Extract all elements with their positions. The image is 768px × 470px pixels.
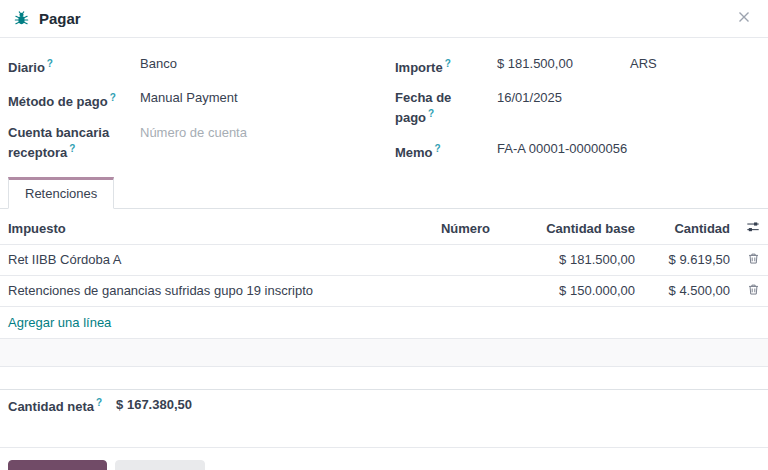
field-amount: Importe? $ 181.500,00 ARS — [395, 56, 752, 76]
dialog-header: Pagar — [0, 0, 768, 38]
net-amount-value: $ 167.380,50 — [116, 397, 192, 413]
delete-row-button[interactable] — [746, 283, 760, 299]
currency-select[interactable]: ARS — [630, 56, 657, 72]
payment-date-label: Fecha de pago? — [395, 90, 497, 126]
col-header-cantidad-base[interactable]: Cantidad base — [498, 214, 643, 243]
table-header-row: Impuesto Número Cantidad base Cantidad — [0, 213, 768, 245]
memo-input[interactable]: FA-A 00001-00000056 — [497, 141, 627, 157]
cell-cantidad[interactable]: $ 9.619,50 — [643, 245, 738, 274]
close-icon — [738, 11, 750, 26]
journal-input[interactable]: Banco — [140, 56, 177, 72]
field-payment-method: Método de pago? Manual Payment — [8, 90, 395, 110]
journal-label: Diario? — [8, 56, 140, 76]
tab-retenciones[interactable]: Retenciones — [8, 177, 114, 209]
col-header-cantidad[interactable]: Cantidad — [643, 214, 738, 243]
field-journal: Diario? Banco — [8, 56, 395, 76]
help-icon[interactable]: ? — [435, 143, 441, 154]
pay-dialog: Pagar Diario? Banco Método de pago? Manu… — [0, 0, 768, 470]
trash-icon — [747, 283, 760, 299]
cell-cantidad-base[interactable]: $ 150.000,00 — [498, 276, 643, 305]
right-column: Importe? $ 181.500,00 ARS Fecha de pago?… — [395, 56, 752, 161]
cell-impuesto[interactable]: Ret IIBB Córdoba A — [0, 245, 403, 274]
help-icon[interactable]: ? — [110, 92, 116, 103]
notebook-tabs: Retenciones — [0, 177, 768, 209]
dialog-title: Pagar — [39, 10, 81, 27]
help-icon[interactable]: ? — [428, 108, 434, 119]
add-line-link[interactable]: Agregar una línea — [0, 307, 768, 339]
bank-account-input[interactable]: Número de cuenta — [140, 125, 247, 141]
memo-label: Memo? — [395, 141, 497, 161]
help-icon[interactable]: ? — [69, 143, 75, 154]
cell-numero[interactable] — [403, 284, 498, 298]
close-button[interactable] — [734, 7, 754, 30]
cell-impuesto[interactable]: Retenciones de ganancias sufridas gupo 1… — [0, 276, 403, 305]
net-amount-row: Cantidad neta? $ 167.380,50 — [0, 389, 768, 420]
table-row[interactable]: Retenciones de ganancias sufridas gupo 1… — [0, 276, 768, 307]
help-icon[interactable]: ? — [96, 397, 102, 408]
adjust-columns-icon — [746, 220, 760, 237]
create-payment-button[interactable]: Crear pago — [8, 460, 107, 470]
empty-stripe-row — [0, 339, 768, 367]
left-column: Diario? Banco Método de pago? Manual Pay… — [8, 56, 395, 161]
table-row[interactable]: Ret IIBB Córdoba A $ 181.500,00 $ 9.619,… — [0, 245, 768, 276]
amount-input[interactable]: $ 181.500,00 — [497, 56, 630, 72]
field-memo: Memo? FA-A 00001-00000056 — [395, 141, 752, 161]
withholdings-table: Impuesto Número Cantidad base Cantidad — [0, 213, 768, 367]
cell-numero[interactable] — [403, 253, 498, 267]
trash-icon — [747, 252, 760, 268]
col-header-impuesto[interactable]: Impuesto — [0, 214, 403, 243]
payment-date-input[interactable]: 16/01/2025 — [497, 90, 562, 106]
cell-cantidad-base[interactable]: $ 181.500,00 — [498, 245, 643, 274]
amount-label: Importe? — [395, 56, 497, 76]
bug-icon — [14, 11, 29, 26]
payment-method-input[interactable]: Manual Payment — [140, 90, 238, 106]
bank-account-label: Cuenta bancaria receptora? — [8, 125, 140, 161]
payment-method-label: Método de pago? — [8, 90, 140, 110]
cell-cantidad[interactable]: $ 4.500,00 — [643, 276, 738, 305]
field-bank-account: Cuenta bancaria receptora? Número de cue… — [8, 125, 395, 161]
net-amount-label: Cantidad neta? — [8, 395, 102, 415]
field-payment-date: Fecha de pago? 16/01/2025 — [395, 90, 752, 126]
col-header-numero[interactable]: Número — [403, 214, 498, 243]
adjust-columns-button[interactable] — [746, 220, 760, 237]
dialog-footer: Crear pago Descartar — [0, 447, 768, 470]
discard-button[interactable]: Descartar — [115, 460, 205, 470]
help-icon[interactable]: ? — [445, 58, 451, 69]
form-fields: Diario? Banco Método de pago? Manual Pay… — [0, 38, 768, 165]
help-icon[interactable]: ? — [47, 58, 53, 69]
delete-row-button[interactable] — [746, 252, 760, 268]
